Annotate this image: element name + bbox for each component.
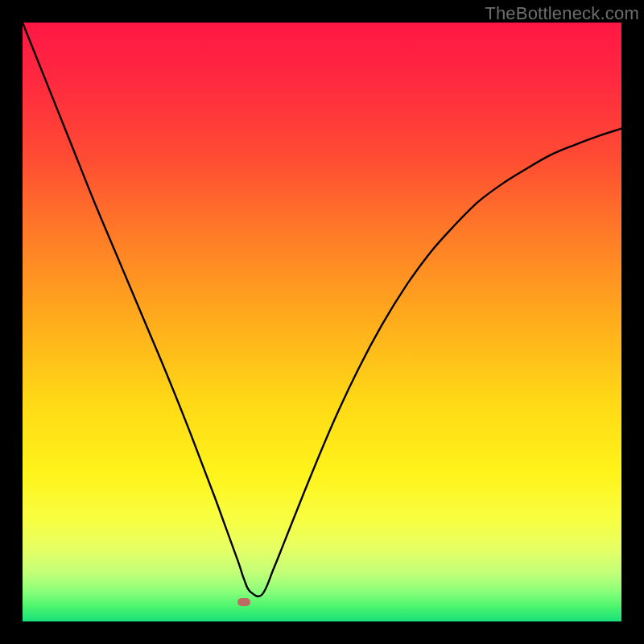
chart-frame: TheBottleneck.com bbox=[0, 0, 644, 644]
curve-path bbox=[23, 23, 621, 597]
minimum-marker bbox=[237, 598, 250, 606]
curve-layer bbox=[23, 23, 621, 621]
watermark-text: TheBottleneck.com bbox=[485, 3, 639, 24]
plot-area bbox=[23, 23, 621, 621]
